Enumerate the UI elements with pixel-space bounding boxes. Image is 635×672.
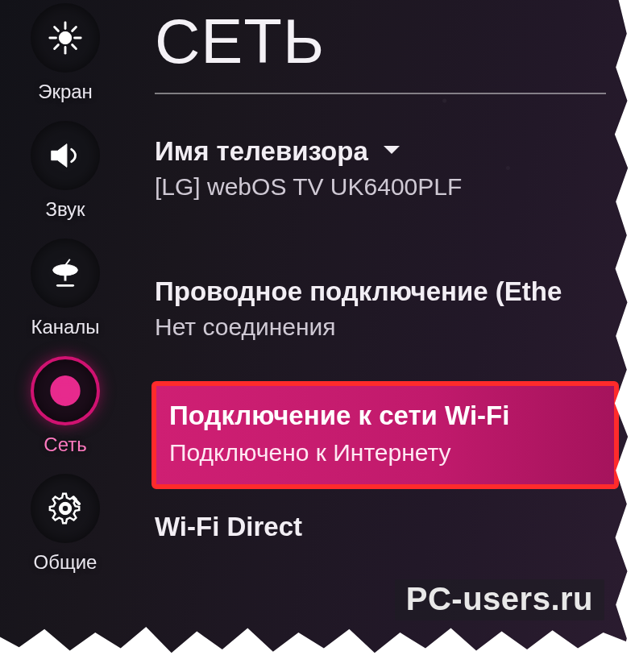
row-tv-name-title: Имя телевизора xyxy=(155,136,368,167)
sidebar-item-sound[interactable]: Звук xyxy=(0,121,131,221)
globe-icon xyxy=(31,356,100,425)
sidebar-item-general[interactable]: Общие xyxy=(0,474,131,574)
sidebar: Экран Звук Каналы Сеть Общие xyxy=(0,0,131,672)
row-wifi-title: Подключение к сети Wi-Fi xyxy=(169,400,601,431)
svg-line-5 xyxy=(55,27,59,31)
sidebar-item-label: Экран xyxy=(38,81,93,103)
svg-line-7 xyxy=(73,27,77,31)
main-panel: СЕТЬ Имя телевизора [LG] webOS TV UK6400… xyxy=(131,0,635,672)
row-wifi-direct-title: Wi-Fi Direct xyxy=(155,512,635,542)
row-wired-status: Нет соединения xyxy=(155,313,635,341)
svg-point-0 xyxy=(59,31,71,44)
sidebar-item-label: Каналы xyxy=(31,316,99,338)
chevron-down-icon xyxy=(380,138,404,165)
divider xyxy=(155,93,606,94)
row-wifi-direct[interactable]: Wi-Fi Direct xyxy=(155,507,635,557)
brightness-icon xyxy=(31,3,100,73)
sidebar-item-label: Общие xyxy=(34,551,98,574)
row-wired-title: Проводное подключение (Ethe xyxy=(155,276,635,307)
settings-screen: Экран Звук Каналы Сеть Общие xyxy=(0,0,635,672)
gear-icon xyxy=(31,474,100,543)
sidebar-item-channels[interactable]: Каналы xyxy=(0,239,131,338)
sidebar-item-screen[interactable]: Экран xyxy=(0,3,131,103)
row-wifi-status: Подключено к Интернету xyxy=(169,439,601,467)
svg-line-8 xyxy=(55,45,59,49)
row-tv-name-value: [LG] webOS TV UK6400PLF xyxy=(155,173,635,201)
row-tv-name[interactable]: Имя телевизора [LG] webOS TV UK6400PLF xyxy=(155,131,635,215)
sidebar-item-label: Сеть xyxy=(44,433,86,456)
satellite-icon xyxy=(31,239,100,308)
sidebar-item-network[interactable]: Сеть xyxy=(0,356,131,456)
sidebar-item-label: Звук xyxy=(45,198,85,221)
row-wifi[interactable]: Подключение к сети Wi-Fi Подключено к Ин… xyxy=(155,384,616,486)
svg-line-6 xyxy=(73,45,77,49)
speaker-icon xyxy=(31,121,100,190)
row-wired[interactable]: Проводное подключение (Ethe Нет соединен… xyxy=(155,272,635,355)
page-title: СЕТЬ xyxy=(155,5,635,78)
